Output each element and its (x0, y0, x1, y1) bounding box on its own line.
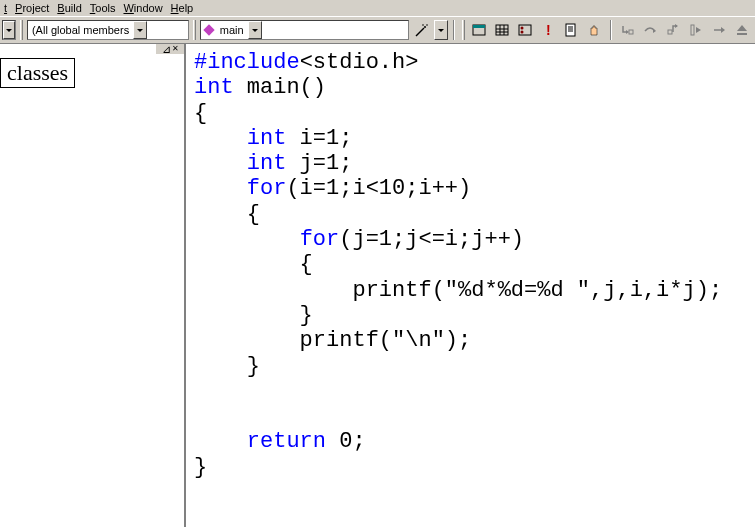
class-dropdown[interactable] (2, 20, 16, 40)
menu-tools[interactable]: Tools (90, 2, 116, 14)
code-line: printf("%d*%d=%d ",j,i,i*j); (194, 278, 747, 303)
scope-dropdown[interactable]: (All global members (27, 20, 189, 40)
code-line: } (194, 455, 747, 480)
function-icon (203, 24, 214, 35)
svg-rect-4 (473, 25, 485, 28)
svg-rect-10 (519, 25, 531, 35)
eject-icon[interactable] (732, 19, 753, 41)
svg-rect-19 (668, 30, 672, 34)
code-line: printf("\n"); (194, 328, 747, 353)
svg-rect-20 (691, 25, 694, 35)
window-icon[interactable] (469, 19, 490, 41)
toolbar: (All global members main ! (0, 16, 755, 44)
svg-text:!: ! (546, 23, 551, 37)
sidebar-handle[interactable]: ⊿ ✕ (156, 44, 184, 54)
chevron-down-icon[interactable] (248, 21, 262, 39)
close-icon[interactable]: ✕ (172, 45, 179, 53)
wizard-icon[interactable] (411, 19, 432, 41)
breakpoints-icon[interactable] (515, 19, 536, 41)
code-line: { (194, 101, 747, 126)
main-area: ⊿ ✕ classes #include<stdio.h>int main(){… (0, 44, 755, 527)
menu-project[interactable]: Project (15, 2, 49, 14)
grid-icon[interactable] (492, 19, 513, 41)
class-view-sidebar: ⊿ ✕ classes (0, 44, 186, 527)
svg-rect-14 (566, 24, 575, 36)
chevron-down-icon[interactable] (434, 20, 447, 40)
menu-build[interactable]: Build (57, 2, 81, 14)
code-line: for(j=1;j<=i;j++) (194, 227, 747, 252)
toolbar-grip (462, 20, 465, 40)
svg-point-0 (424, 26, 426, 28)
menu-bar: t Project Build Tools Window Help (0, 0, 755, 16)
doc-icon[interactable] (561, 19, 582, 41)
code-line: int j=1; (194, 151, 747, 176)
code-editor[interactable]: #include<stdio.h>int main(){ int i=1; in… (186, 44, 755, 527)
step-over-icon[interactable] (640, 19, 661, 41)
toolbar-grip (193, 20, 196, 40)
code-line (194, 379, 747, 404)
code-line (194, 404, 747, 429)
menu-help[interactable]: Help (171, 2, 194, 14)
exclaim-icon[interactable]: ! (538, 19, 559, 41)
chevron-down-icon[interactable] (3, 21, 15, 39)
function-dropdown[interactable]: main (200, 20, 409, 40)
step-out-icon[interactable] (663, 19, 684, 41)
scope-text: (All global members (28, 24, 133, 36)
pin-icon[interactable]: ⊿ (162, 43, 171, 56)
svg-point-2 (422, 24, 424, 26)
code-line: } (194, 354, 747, 379)
menu-window[interactable]: Window (123, 2, 162, 14)
toolbar-grip (20, 20, 23, 40)
classes-tab[interactable]: classes (0, 58, 75, 88)
svg-rect-5 (496, 25, 508, 35)
svg-point-11 (521, 27, 524, 30)
code-line: } (194, 303, 747, 328)
svg-point-1 (426, 24, 428, 26)
code-line: { (194, 252, 747, 277)
code-line: return 0; (194, 429, 747, 454)
code-line: { (194, 202, 747, 227)
separator (610, 20, 612, 40)
separator (453, 20, 455, 40)
hand-icon[interactable] (584, 19, 605, 41)
function-text: main (216, 24, 248, 36)
svg-point-12 (521, 31, 524, 34)
arrow-icon[interactable] (709, 19, 730, 41)
code-line: #include<stdio.h> (194, 50, 747, 75)
svg-rect-18 (629, 30, 633, 34)
code-line: int main() (194, 75, 747, 100)
code-line: for(i=1;i<10;i++) (194, 176, 747, 201)
menu-item[interactable]: t (4, 2, 7, 14)
run-to-icon[interactable] (686, 19, 707, 41)
svg-rect-22 (737, 33, 747, 35)
code-line: int i=1; (194, 126, 747, 151)
chevron-down-icon[interactable] (133, 21, 147, 39)
step-into-icon[interactable] (617, 19, 638, 41)
